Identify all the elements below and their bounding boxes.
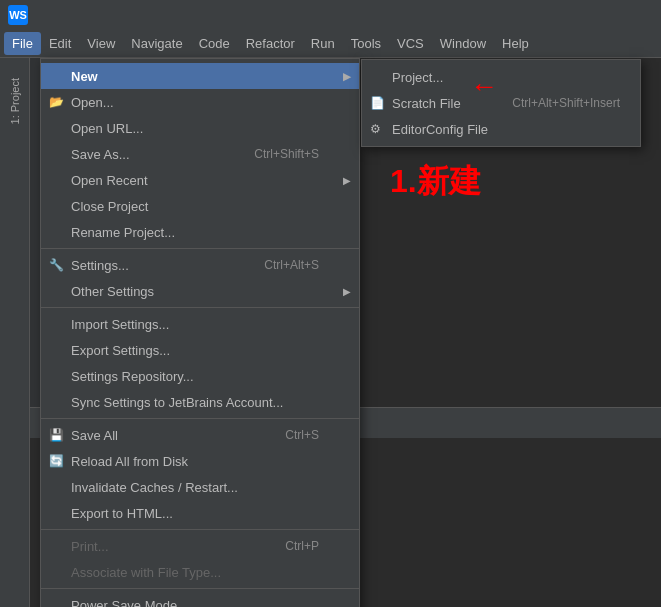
file-menu-print: Print... Ctrl+P: [41, 533, 359, 559]
print-shortcut: Ctrl+P: [285, 539, 339, 553]
menu-vcs[interactable]: VCS: [389, 32, 432, 55]
save-as-label: Save As...: [71, 147, 130, 162]
new-scratch-file-item[interactable]: 📄 Scratch File Ctrl+Alt+Shift+Insert: [362, 90, 640, 116]
separator-3: [41, 418, 359, 419]
new-editorconfig-item[interactable]: ⚙ EditorConfig File: [362, 116, 640, 142]
scratch-file-label: Scratch File: [392, 96, 461, 111]
open-icon: 📂: [49, 95, 64, 109]
reload-label: Reload All from Disk: [71, 454, 188, 469]
open-recent-label: Open Recent: [71, 173, 148, 188]
menu-refactor[interactable]: Refactor: [238, 32, 303, 55]
scratch-file-icon: 📄: [370, 96, 385, 110]
new-project-item[interactable]: Project...: [362, 64, 640, 90]
menu-file[interactable]: File: [4, 32, 41, 55]
file-menu-sync-settings[interactable]: Sync Settings to JetBrains Account...: [41, 389, 359, 415]
file-menu-settings-repo[interactable]: Settings Repository...: [41, 363, 359, 389]
title-bar: WS: [0, 0, 661, 30]
menu-navigate[interactable]: Navigate: [123, 32, 190, 55]
save-all-shortcut: Ctrl+S: [285, 428, 339, 442]
open-url-label: Open URL...: [71, 121, 143, 136]
file-menu-other-settings[interactable]: Other Settings: [41, 278, 359, 304]
other-settings-label: Other Settings: [71, 284, 154, 299]
import-settings-label: Import Settings...: [71, 317, 169, 332]
settings-icon: 🔧: [49, 258, 64, 272]
menu-code[interactable]: Code: [191, 32, 238, 55]
file-menu-settings[interactable]: 🔧 Settings... Ctrl+Alt+S: [41, 252, 359, 278]
new-label: New: [71, 69, 98, 84]
export-html-label: Export to HTML...: [71, 506, 173, 521]
side-panel-label: 1: Project: [9, 78, 21, 124]
file-menu-power-save[interactable]: Power Save Mode: [41, 592, 359, 607]
app-logo: WS: [8, 5, 28, 25]
power-save-label: Power Save Mode: [71, 598, 177, 608]
menu-window[interactable]: Window: [432, 32, 494, 55]
file-menu-rename-project[interactable]: Rename Project...: [41, 219, 359, 245]
file-menu-associate: Associate with File Type...: [41, 559, 359, 585]
reload-icon: 🔄: [49, 454, 64, 468]
settings-shortcut: Ctrl+Alt+S: [264, 258, 339, 272]
associate-label: Associate with File Type...: [71, 565, 221, 580]
scratch-file-shortcut: Ctrl+Alt+Shift+Insert: [512, 96, 620, 110]
file-menu-open-recent[interactable]: Open Recent: [41, 167, 359, 193]
menu-edit[interactable]: Edit: [41, 32, 79, 55]
open-label: Open...: [71, 95, 114, 110]
annotation-text: 1.新建: [390, 160, 481, 204]
file-menu-export-html[interactable]: Export to HTML...: [41, 500, 359, 526]
new-submenu: Project... 📄 Scratch File Ctrl+Alt+Shift…: [361, 59, 641, 147]
separator-5: [41, 588, 359, 589]
file-menu-close-project[interactable]: Close Project: [41, 193, 359, 219]
menu-help[interactable]: Help: [494, 32, 537, 55]
menu-view[interactable]: View: [79, 32, 123, 55]
file-menu-open-url[interactable]: Open URL...: [41, 115, 359, 141]
file-menu-import-settings[interactable]: Import Settings...: [41, 311, 359, 337]
print-label: Print...: [71, 539, 109, 554]
settings-label: Settings...: [71, 258, 129, 273]
sync-settings-label: Sync Settings to JetBrains Account...: [71, 395, 283, 410]
file-menu-open[interactable]: 📂 Open...: [41, 89, 359, 115]
close-project-label: Close Project: [71, 199, 148, 214]
file-menu-reload[interactable]: 🔄 Reload All from Disk: [41, 448, 359, 474]
new-project-label: Project...: [392, 70, 443, 85]
file-menu-invalidate[interactable]: Invalidate Caches / Restart...: [41, 474, 359, 500]
rename-project-label: Rename Project...: [71, 225, 175, 240]
menu-tools[interactable]: Tools: [343, 32, 389, 55]
save-as-shortcut: Ctrl+Shift+S: [254, 147, 339, 161]
file-menu-new[interactable]: New: [41, 63, 359, 89]
file-menu-export-settings[interactable]: Export Settings...: [41, 337, 359, 363]
file-menu-save-as[interactable]: Save As... Ctrl+Shift+S: [41, 141, 359, 167]
side-panel: 1: Project: [0, 58, 30, 607]
editorconfig-label: EditorConfig File: [392, 122, 488, 137]
editorconfig-icon: ⚙: [370, 122, 381, 136]
separator-2: [41, 307, 359, 308]
save-all-label: Save All: [71, 428, 118, 443]
separator-4: [41, 529, 359, 530]
annotation-arrow: ←: [470, 72, 498, 104]
menu-bar: File Edit View Navigate Code Refactor Ru…: [0, 30, 661, 58]
file-menu-save-all[interactable]: 💾 Save All Ctrl+S: [41, 422, 359, 448]
menu-run[interactable]: Run: [303, 32, 343, 55]
settings-repo-label: Settings Repository...: [71, 369, 194, 384]
export-settings-label: Export Settings...: [71, 343, 170, 358]
file-dropdown: New 📂 Open... Open URL... Save As... Ctr…: [40, 58, 360, 607]
separator-1: [41, 248, 359, 249]
invalidate-label: Invalidate Caches / Restart...: [71, 480, 238, 495]
save-all-icon: 💾: [49, 428, 64, 442]
